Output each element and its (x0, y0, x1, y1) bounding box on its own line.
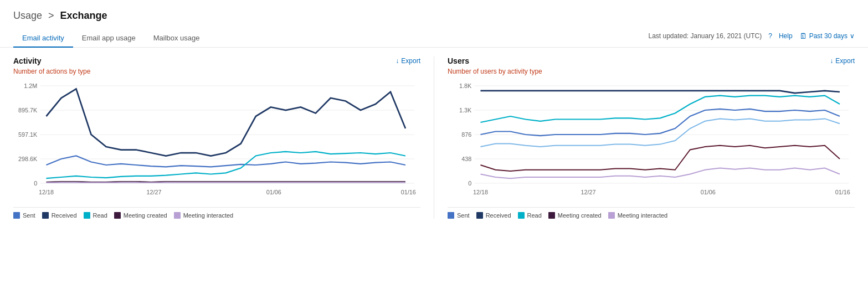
svg-text:12/27: 12/27 (146, 189, 161, 195)
legend-meeting-created-color (114, 212, 121, 219)
activity-chart-title: Activity (13, 56, 42, 65)
users-legend-meeting-interacted-label: Meeting interacted (618, 212, 668, 219)
users-legend-read-color (518, 212, 525, 219)
users-export-label: Export (835, 57, 855, 65)
activity-export-label: Export (401, 57, 420, 65)
users-legend-meeting-created-label: Meeting created (558, 212, 602, 219)
legend-received: Received (42, 212, 77, 219)
breadcrumb: Usage > Exchange (13, 10, 855, 22)
activity-chart-area: 1.2M 895.7K 597.1K 298.6K 0 12/18 12/27 … (13, 80, 420, 202)
svg-text:01/16: 01/16 (401, 189, 416, 195)
activity-chart-header: Activity ↓ Export (13, 56, 420, 65)
legend-read-color (84, 212, 90, 219)
users-chart-svg: 1.8K 1.3K 876 438 0 12/18 12/27 01/06 01… (448, 80, 855, 202)
export-down-icon-right: ↓ (830, 57, 833, 65)
users-legend-received-color (476, 212, 483, 219)
users-chart-title: Users (448, 56, 469, 65)
svg-text:597.1K: 597.1K (18, 131, 38, 138)
legend-meeting-interacted-color (174, 212, 181, 219)
users-export-button[interactable]: ↓ Export (830, 57, 855, 65)
users-chart-panel: Users ↓ Export Number of users by activi… (448, 56, 855, 219)
svg-text:12/18: 12/18 (39, 189, 54, 195)
date-filter[interactable]: 🗓 Past 30 days ∨ (799, 32, 855, 40)
legend-sent: Sent (13, 212, 35, 219)
activity-export-button[interactable]: ↓ Export (396, 57, 420, 65)
activity-chart-panel: Activity ↓ Export Number of actions by t… (13, 56, 434, 219)
svg-text:1.3K: 1.3K (459, 107, 472, 113)
users-legend-meeting-created-color (548, 212, 555, 219)
svg-text:12/27: 12/27 (581, 189, 595, 195)
tab-email-app-usage[interactable]: Email app usage (73, 29, 145, 48)
legend-received-color (42, 212, 49, 219)
svg-text:01/06: 01/06 (266, 189, 281, 195)
users-legend-received: Received (476, 212, 511, 219)
breadcrumb-prefix: Usage (13, 10, 42, 21)
tabs-container: Email activity Email app usage Mailbox u… (13, 29, 209, 47)
help-link[interactable]: Help (779, 32, 793, 40)
svg-text:1.2M: 1.2M (24, 82, 37, 89)
legend-received-label: Received (52, 212, 77, 219)
svg-text:01/06: 01/06 (701, 189, 716, 195)
breadcrumb-separator: > (48, 10, 54, 21)
svg-text:0: 0 (468, 180, 471, 187)
svg-text:438: 438 (461, 156, 471, 162)
toolbar-right: Last updated: January 16, 2021 (UTC) ? H… (648, 32, 855, 45)
users-legend-meeting-interacted: Meeting interacted (608, 212, 668, 219)
legend-meeting-interacted: Meeting interacted (174, 212, 234, 219)
charts-container: Activity ↓ Export Number of actions by t… (0, 48, 868, 228)
users-legend-received-label: Received (486, 212, 511, 219)
activity-chart-svg: 1.2M 895.7K 597.1K 298.6K 0 12/18 12/27 … (13, 80, 420, 202)
legend-read-label: Read (93, 212, 107, 219)
users-legend-sent: Sent (448, 212, 470, 219)
tab-mailbox-usage[interactable]: Mailbox usage (145, 29, 209, 48)
legend-meeting-created-label: Meeting created (124, 212, 167, 219)
users-legend-meeting-created: Meeting created (548, 212, 602, 219)
svg-text:298.6K: 298.6K (18, 156, 38, 162)
tab-bar: Email activity Email app usage Mailbox u… (0, 24, 868, 48)
export-down-icon: ↓ (396, 57, 399, 65)
activity-chart-subtitle: Number of actions by type (13, 68, 420, 75)
legend-read: Read (84, 212, 107, 219)
svg-text:01/16: 01/16 (835, 189, 850, 195)
legend-meeting-created: Meeting created (114, 212, 167, 219)
question-mark: ? (768, 32, 772, 40)
svg-text:0: 0 (34, 180, 37, 187)
svg-text:876: 876 (461, 131, 471, 138)
users-chart-header: Users ↓ Export (448, 56, 855, 65)
chevron-down-icon: ∨ (850, 32, 855, 40)
svg-text:12/18: 12/18 (473, 189, 488, 195)
users-chart-area: 1.8K 1.3K 876 438 0 12/18 12/27 01/06 01… (448, 80, 855, 202)
users-chart-subtitle: Number of users by activity type (448, 68, 855, 75)
page-header: Usage > Exchange (0, 0, 868, 22)
activity-legend: Sent Received Read Meeting created Meeti… (13, 207, 420, 219)
svg-text:895.7K: 895.7K (18, 107, 38, 113)
users-legend-read-label: Read (527, 212, 542, 219)
breadcrumb-current: Exchange (60, 10, 107, 21)
tab-email-activity[interactable]: Email activity (13, 29, 73, 48)
users-legend-sent-label: Sent (457, 212, 470, 219)
legend-meeting-interacted-label: Meeting interacted (183, 212, 234, 219)
calendar-icon: 🗓 (799, 32, 807, 40)
svg-text:1.8K: 1.8K (459, 82, 472, 89)
last-updated-text: Last updated: January 16, 2021 (UTC) (648, 32, 762, 40)
users-legend-read: Read (518, 212, 542, 219)
users-legend-meeting-interacted-color (608, 212, 615, 219)
users-legend: Sent Received Read Meeting created Meeti… (448, 207, 855, 219)
date-filter-label: Past 30 days (809, 32, 848, 40)
legend-sent-color (13, 212, 20, 219)
users-legend-sent-color (448, 212, 454, 219)
legend-sent-label: Sent (23, 212, 35, 219)
